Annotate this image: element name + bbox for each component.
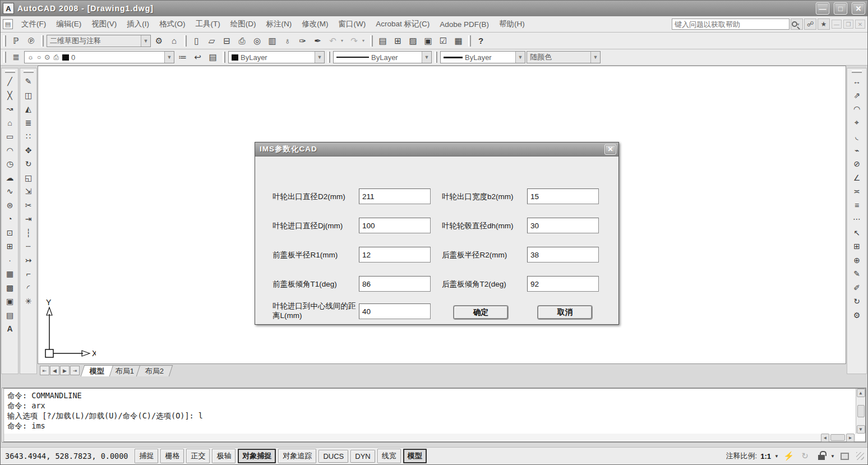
menu-file[interactable]: 文件(F) [16, 17, 51, 31]
menu-dimension[interactable]: 标注(N) [261, 17, 297, 31]
menu-format[interactable]: 格式(O) [154, 17, 191, 31]
arc-icon[interactable]: ◠ [3, 144, 17, 158]
menu-insert[interactable]: 插入(I) [122, 17, 154, 31]
menu-window[interactable]: 窗口(W) [334, 17, 371, 31]
menu-view[interactable]: 视图(V) [86, 17, 122, 31]
jogged-dimension-icon[interactable]: ⌁ [849, 144, 864, 158]
open-file-icon[interactable]: ▱ [205, 34, 219, 48]
layer-properties-manager-icon[interactable]: ≣ [9, 50, 23, 64]
grid-toggle[interactable]: 栅格 [160, 449, 184, 463]
favorites-star-icon[interactable]: ★ [818, 19, 830, 30]
layer-dropdown-arrow-icon[interactable]: ▼ [164, 52, 174, 63]
search-icon[interactable]: ▾ [791, 19, 803, 30]
ellipse-arc-icon[interactable]: ◔ [3, 212, 17, 226]
linetype-dropdown-arrow-icon[interactable]: ▼ [422, 52, 431, 63]
scroll-down-icon[interactable]: ▼ [857, 425, 865, 434]
toolbar-grip[interactable] [24, 70, 34, 73]
layer-plot-icon[interactable]: ⎙ [53, 53, 59, 61]
field-input-t1[interactable] [359, 276, 431, 292]
ims-dialog-close-button[interactable]: ✕ [604, 144, 616, 155]
menu-edit[interactable]: 编辑(E) [51, 17, 86, 31]
maximize-button[interactable]: □ [834, 2, 847, 15]
ortho-toggle[interactable]: 正交 [186, 449, 210, 463]
convert-to-pdf-icon[interactable]: ℙ [9, 34, 23, 48]
command-window[interactable]: 命令: COMMANDLINE 命令: arx 输入选项 [?/加载(L)/卸载… [2, 388, 866, 443]
dimension-update-icon[interactable]: ↻ [849, 294, 864, 309]
angular-dimension-icon[interactable]: ∠ [849, 171, 864, 185]
toolbar-lock-icon[interactable] [814, 449, 828, 463]
undo-icon[interactable]: ↶ [326, 34, 340, 48]
command-horizontal-scrollbar[interactable]: ◀ ▶ [4, 434, 856, 441]
otrack-toggle[interactable]: 对象追踪 [278, 449, 316, 463]
publish-icon[interactable]: ▥ [265, 34, 279, 48]
field-input-dj[interactable] [359, 218, 431, 233]
revision-cloud-icon[interactable]: ☁ [3, 171, 17, 185]
plot-style-dropdown-arrow-icon[interactable]: ▼ [590, 52, 600, 63]
toolbar-grip[interactable] [3, 52, 6, 63]
quick-calc-icon[interactable]: ▦ [451, 34, 465, 48]
move-icon[interactable]: ✥ [21, 144, 36, 158]
field-input-r2[interactable] [527, 247, 599, 263]
ellipse-icon[interactable]: ⊜ [3, 199, 17, 213]
model-space-toggle[interactable]: 模型 [403, 449, 427, 463]
toolbar-grip[interactable] [435, 52, 437, 63]
save-icon[interactable]: ⊟ [220, 34, 234, 48]
markup-set-manager-icon[interactable]: ☑ [436, 34, 450, 48]
ducs-toggle[interactable]: DUCS [318, 450, 348, 463]
baseline-dimension-icon[interactable]: ≡ [849, 199, 864, 213]
polar-toggle[interactable]: 极轴 [212, 449, 236, 463]
redo-dropdown-arrow-icon[interactable]: ▾ [362, 38, 367, 43]
annotation-scale-value[interactable]: 1:1 [760, 452, 771, 461]
undo-dropdown-arrow-icon[interactable]: ▾ [341, 38, 346, 43]
convert-to-pdf-and-email-icon[interactable]: ℗ [24, 34, 38, 48]
radius-dimension-icon[interactable]: ◟ [849, 130, 864, 144]
workspace-combo[interactable]: 二维草图与注释 ▼ [47, 35, 151, 47]
stretch-icon[interactable]: ⇲ [21, 185, 36, 199]
ims-dialog-title-bar[interactable]: IMS参数化CAD ✕ [255, 142, 618, 156]
scroll-left-icon[interactable]: ◀ [821, 434, 829, 442]
resize-grip[interactable] [856, 452, 864, 460]
command-vertical-scrollbar[interactable]: ▲ ▼ [856, 389, 865, 434]
field-input-b2[interactable] [527, 188, 599, 204]
annotation-scale-dropdown-icon[interactable]: ▼ [774, 454, 779, 459]
field-input-l[interactable] [359, 303, 431, 319]
fillet-icon[interactable]: ◜ [21, 281, 36, 295]
menu-help[interactable]: 帮助(H) [494, 17, 530, 31]
help-search-input[interactable] [672, 19, 789, 30]
gradient-icon[interactable]: ▩ [3, 281, 17, 295]
menu-adobe-pdf[interactable]: Adobe PDF(B) [435, 18, 494, 31]
quick-leader-icon[interactable]: ↖ [849, 226, 864, 240]
match-properties-icon[interactable]: ✑ [296, 34, 310, 48]
center-mark-icon[interactable]: ⊕ [849, 254, 864, 268]
previous-tab-button[interactable]: ◀ [50, 366, 59, 375]
close-button[interactable]: ✕ [852, 2, 865, 15]
arc-length-dimension-icon[interactable]: ◠ [849, 102, 864, 116]
point-icon[interactable]: · [3, 254, 17, 268]
join-icon[interactable]: ↣ [21, 254, 36, 268]
rectangle-icon[interactable]: ▭ [3, 130, 17, 144]
plot-style-combo[interactable]: 随颜色 ▼ [527, 51, 601, 63]
continue-dimension-icon[interactable]: ⋯ [849, 212, 864, 226]
properties-icon[interactable]: ▤ [376, 34, 390, 48]
menu-modify[interactable]: 修改(M) [297, 17, 333, 31]
explode-icon[interactable]: ✳ [21, 294, 36, 309]
line-icon[interactable]: ╱ [3, 75, 17, 89]
dimension-text-edit-icon[interactable]: ✐ [849, 281, 864, 295]
child-close-button[interactable]: ✕ [855, 20, 865, 29]
new-file-icon[interactable]: ▯ [190, 34, 204, 48]
child-minimize-button[interactable]: — [832, 20, 842, 29]
make-block-icon[interactable]: ⊞ [3, 240, 17, 254]
toolbar-grip[interactable] [223, 52, 225, 63]
horizontal-scroll-thumb[interactable] [830, 434, 845, 441]
trim-icon[interactable]: ✂ [21, 199, 36, 213]
clean-screen-button[interactable] [838, 449, 852, 463]
minimize-button[interactable]: — [816, 2, 829, 15]
scale-icon[interactable]: ◱ [21, 171, 36, 185]
lock-dropdown-icon[interactable]: ▼ [830, 454, 835, 459]
region-icon[interactable]: ▣ [3, 294, 17, 309]
circle-icon[interactable]: ◷ [3, 157, 17, 171]
quick-dimension-icon[interactable]: ≍ [849, 185, 864, 199]
toolbar-grip[interactable] [468, 35, 471, 47]
tab-layout2[interactable]: 布局2 [136, 365, 173, 376]
tolerance-icon[interactable]: ⊞ [849, 240, 864, 254]
